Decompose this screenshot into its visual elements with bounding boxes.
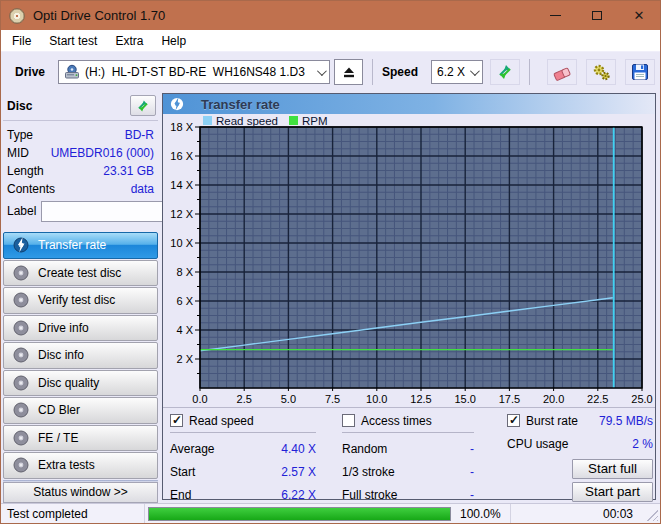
menu-file[interactable]: File [3,30,40,51]
toolbar: Drive (H:) HL-DT-ST BD-RE WH16NS48 1.D3 … [1,52,660,92]
svg-text:14 X: 14 X [170,179,193,191]
eject-icon [341,64,357,80]
sidebar-item-label: Extra tests [38,458,95,472]
close-button[interactable]: ✕ [618,1,660,30]
progress-fill [149,508,450,520]
eraser-icon [552,62,572,82]
disc-row-length: Length 23.31 GB [7,162,154,180]
sidebar-item-drive-info[interactable]: Drive info [3,315,158,342]
left-panel: Disc Type BD-R MID UMEBDR016 (000) Lengt… [1,92,161,503]
sidebar-item-disc-quality[interactable]: Disc quality [3,370,158,397]
svg-text:5.0: 5.0 [281,393,296,405]
disc-row-value: 23.31 GB [103,162,154,180]
access-times-stats: Access times Random - 1/3 stroke - Full … [342,413,474,502]
svg-text:6 X: 6 X [176,295,193,307]
disc-icon [13,265,29,281]
disc-icon [13,402,29,418]
disc-section-title: Disc [7,99,32,113]
progress-percent: 100.0% [460,507,501,521]
read-speed-checkbox[interactable] [170,414,183,427]
save-icon [630,62,650,82]
svg-text:2.5: 2.5 [237,393,252,405]
settings-button[interactable] [586,59,616,85]
disc-row-value: BD-R [125,126,154,144]
status-window-button[interactable]: Status window >> [3,482,158,503]
sidebar-item-verify-test-disc[interactable]: Verify test disc [3,287,158,314]
close-icon: ✕ [634,8,645,23]
menu-help[interactable]: Help [152,30,195,51]
disc-icon [13,430,29,446]
divider [170,432,316,433]
erase-disc-button[interactable] [547,59,577,85]
sidebar-item-extra-tests[interactable]: Extra tests [3,452,158,479]
stat-value: 6.22 X [281,489,316,502]
disc-section-header: Disc [3,94,158,121]
stats-region: Read speed Average 4.40 X Start 2.57 X E… [163,407,655,499]
eject-button[interactable] [334,59,363,85]
start-full-button[interactable]: Start full [572,459,653,479]
divider [342,432,474,433]
stat-label: End [170,489,191,502]
stat-row-random: Random - [342,443,474,456]
disc-icon [13,457,29,473]
chevron-down-icon [470,66,480,76]
stat-row-start: Start 2.57 X [170,466,316,479]
window-title: Opti Drive Control 1.70 [33,8,534,23]
speed-select[interactable]: 6.2 X [431,60,483,84]
burst-rate-checkbox[interactable] [507,414,520,427]
menu-start-test[interactable]: Start test [40,30,106,51]
gears-icon [591,62,611,82]
svg-text:16 X: 16 X [170,150,193,162]
disc-info-list: Type BD-R MID UMEBDR016 (000) Length 23.… [3,121,158,198]
drive-icon [64,64,80,80]
svg-text:10.0: 10.0 [366,393,387,405]
menu-extra[interactable]: Extra [106,30,152,51]
stat-row-cpu-usage: CPU usage 2 % [507,438,653,451]
disc-icon [13,292,29,308]
panel-header: Transfer rate [163,94,655,114]
burst-rate-checkbox-label: Burst rate [526,414,578,428]
stat-value: 2 % [632,438,653,451]
resize-grip[interactable] [646,509,658,521]
disc-icon [13,320,29,336]
stat-value: 2.57 X [281,466,316,479]
stat-row-average: Average 4.40 X [170,443,316,456]
menu-bar: File Start test Extra Help [1,30,660,52]
sidebar-item-label: FE / TE [38,431,78,445]
refresh-speed-button[interactable] [490,59,520,85]
disc-row-value: UMEBDR016 (000) [51,144,154,162]
svg-text:8 X: 8 X [176,266,193,278]
sidebar-item-cd-bler[interactable]: CD Bler [3,397,158,424]
refresh-icon [135,98,151,114]
access-times-checkbox[interactable] [342,414,355,427]
progress-section: 100.0% [145,504,511,523]
panel-title: Transfer rate [201,97,280,112]
refresh-disc-button[interactable] [130,95,156,116]
disc-label-caption: Label [7,204,36,218]
start-part-button[interactable]: Start part [572,482,653,502]
access-times-checkbox-label: Access times [361,414,432,428]
stat-row-end: End 6.22 X [170,489,316,502]
title-bar: Opti Drive Control 1.70 ✕ [1,1,660,30]
save-button[interactable] [625,59,655,85]
stat-label: Full stroke [342,489,397,502]
toolbar-separator [529,59,530,85]
read-speed-stats: Read speed Average 4.40 X Start 2.57 X E… [170,413,316,502]
sidebar-item-fe-te[interactable]: FE / TE [3,425,158,452]
maximize-button[interactable] [576,1,618,30]
app-icon [9,8,25,24]
svg-text:20.0: 20.0 [543,393,564,405]
svg-text:RPM: RPM [302,115,328,127]
svg-text:22.5: 22.5 [587,393,608,405]
disc-row-label: Contents [7,180,55,198]
app-window: { "window": { "title": "Opti Drive Contr… [0,0,661,524]
sidebar-item-transfer-rate[interactable]: Transfer rate [3,232,158,259]
status-text: Test completed [1,504,145,523]
sidebar-item-create-test-disc[interactable]: Create test disc [3,260,158,287]
sidebar-item-disc-info[interactable]: Disc info [3,342,158,369]
status-bar: Test completed 100.0% 00:03 [1,503,660,523]
minimize-button[interactable] [534,1,576,30]
sidebar: Transfer rate Create test disc Verify te… [3,232,158,479]
drive-select[interactable]: (H:) HL-DT-ST BD-RE WH16NS48 1.D3 [58,60,330,84]
disc-bolt-icon [13,237,29,253]
